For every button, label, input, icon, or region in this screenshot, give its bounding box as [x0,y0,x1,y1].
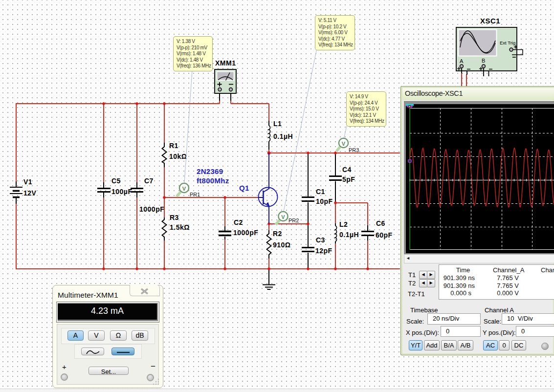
svg-text:A: A [460,58,464,64]
svg-text:V: V [281,214,285,220]
svg-text:Ext Trig: Ext Trig [500,40,515,45]
svg-text:V: V [342,141,346,147]
svg-text:B: B [482,58,485,64]
svg-text:V: V [182,186,186,192]
